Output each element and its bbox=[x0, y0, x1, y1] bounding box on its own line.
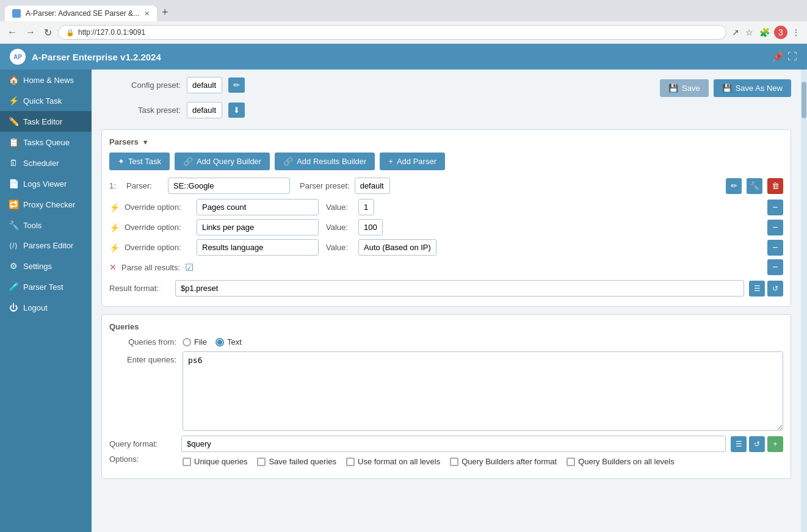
app-title: A-Parser Enterprise v1.2.2024 bbox=[32, 52, 161, 62]
sidebar-item-tools[interactable]: 🔧 Tools bbox=[0, 215, 92, 235]
config-preset-edit-btn[interactable]: ✏ bbox=[228, 77, 245, 93]
bookmark-btn[interactable]: ☆ bbox=[744, 26, 755, 39]
parser-settings-btn[interactable]: 🔧 bbox=[747, 178, 762, 194]
override-label-2: Override option: bbox=[125, 223, 192, 232]
app-logo: AP bbox=[10, 49, 26, 65]
browser-tab[interactable]: A-Parser: Advanced SE Parser &... ✕ bbox=[5, 5, 157, 21]
task-editor-icon: ✏️ bbox=[9, 117, 18, 126]
back-button[interactable]: ← bbox=[5, 26, 20, 39]
quick-task-icon: ⚡ bbox=[9, 96, 18, 106]
queries-from-row: Queries from: File Text bbox=[109, 337, 783, 347]
result-format-label: Result format: bbox=[109, 284, 170, 293]
task-preset-row: Task preset: default ⬇ bbox=[101, 102, 245, 118]
test-task-button[interactable]: ✦ Test Task bbox=[109, 153, 170, 170]
sidebar-item-parser-test[interactable]: 🧪 Parser Test bbox=[0, 276, 92, 297]
forward-button[interactable]: → bbox=[23, 26, 38, 39]
parse-all-label: Parse all results: bbox=[121, 263, 180, 272]
query-format-list-btn[interactable]: ☰ bbox=[731, 436, 747, 452]
reload-button[interactable]: ↻ bbox=[42, 26, 54, 40]
browser-chrome: A-Parser: Advanced SE Parser &... ✕ + ← … bbox=[0, 0, 807, 44]
sidebar-item-home-news[interactable]: 🏠 Home & News bbox=[0, 70, 92, 90]
app-header: AP A-Parser Enterprise v1.2.2024 📌 ⛶ bbox=[0, 44, 807, 70]
sidebar-item-quick-task[interactable]: ⚡ Quick Task bbox=[0, 90, 92, 111]
parser-select[interactable]: SE::Google bbox=[168, 178, 290, 194]
new-tab-button[interactable]: + bbox=[157, 4, 173, 21]
add-results-builder-button[interactable]: 🔗 Add Results Builder bbox=[275, 153, 375, 170]
options-checkboxes: Unique queries Save failed queries Use f… bbox=[183, 457, 675, 466]
query-format-add-btn[interactable]: + bbox=[767, 436, 783, 452]
tasks-queue-icon: 📋 bbox=[9, 137, 18, 147]
proxy-icon: 🔁 bbox=[9, 200, 18, 209]
config-preset-select[interactable]: default bbox=[187, 77, 222, 93]
tools-icon: 🔧 bbox=[9, 220, 18, 230]
override-value-select-1[interactable]: 1 bbox=[358, 199, 374, 215]
override-remove-btn-2[interactable]: − bbox=[767, 220, 783, 235]
use-format-on-all-levels-option[interactable]: Use format on all levels bbox=[346, 457, 440, 466]
parse-all-remove-btn[interactable]: − bbox=[767, 259, 783, 275]
sidebar-item-task-editor[interactable]: ✏️ Task Editor bbox=[0, 111, 92, 132]
config-preset-select-wrapper: default bbox=[187, 77, 222, 93]
save-as-new-button[interactable]: 💾 Save As New bbox=[714, 79, 791, 97]
text-radio-option[interactable]: Text bbox=[215, 337, 242, 347]
main-content: Config preset: default ✏ Task preset: de… bbox=[92, 70, 801, 532]
sidebar-item-parsers-editor[interactable]: ⟨/⟩ Parsers Editor bbox=[0, 235, 92, 256]
query-format-reset-btn[interactable]: ↺ bbox=[749, 436, 765, 452]
parser-edit-btn[interactable]: ✏ bbox=[726, 178, 742, 194]
sidebar-item-proxy-checker[interactable]: 🔁 Proxy Checker bbox=[0, 194, 92, 215]
override-value-select-2[interactable]: 100 bbox=[358, 219, 383, 235]
tab-close-btn[interactable]: ✕ bbox=[144, 10, 150, 18]
add-parser-button[interactable]: + Add Parser bbox=[380, 153, 445, 170]
override-remove-btn-3[interactable]: − bbox=[767, 240, 783, 256]
sidebar-label-task-editor: Task Editor bbox=[23, 117, 62, 126]
parser-preset-label: Parser preset: bbox=[300, 181, 350, 190]
query-format-input[interactable] bbox=[181, 436, 726, 452]
save-button[interactable]: 💾 Save bbox=[660, 79, 709, 97]
queries-textarea[interactable]: ps6 bbox=[183, 351, 783, 431]
fullscreen-btn[interactable]: ⛶ bbox=[787, 51, 797, 63]
file-radio-label: File bbox=[194, 337, 207, 347]
sidebar-label-quick-task: Quick Task bbox=[23, 96, 62, 106]
sidebar: 🏠 Home & News ⚡ Quick Task ✏️ Task Edito… bbox=[0, 70, 92, 532]
override-option-select-2[interactable]: Links per page bbox=[197, 219, 319, 235]
unique-queries-option[interactable]: Unique queries bbox=[183, 457, 247, 466]
sidebar-item-logout[interactable]: ⏻ Logout bbox=[0, 297, 92, 318]
address-bar[interactable]: 🔒 http://127.0.0.1:9091 bbox=[58, 25, 726, 40]
sidebar-item-tasks-queue[interactable]: 📋 Tasks Queue bbox=[0, 132, 92, 153]
override-remove-btn-1[interactable]: − bbox=[767, 200, 783, 215]
parser-preset-select[interactable]: default bbox=[355, 178, 390, 194]
query-builders-on-all-levels-option[interactable]: Query Builders on all levels bbox=[566, 457, 675, 466]
task-preset-select[interactable]: default bbox=[187, 102, 222, 118]
parse-all-checkbox[interactable]: ☑ bbox=[185, 262, 194, 273]
result-format-list-btn[interactable]: ☰ bbox=[749, 281, 765, 297]
result-format-input[interactable] bbox=[175, 280, 744, 297]
parsers-editor-icon: ⟨/⟩ bbox=[9, 242, 18, 250]
profile-btn[interactable]: 3 bbox=[774, 26, 787, 39]
add-parser-icon: + bbox=[388, 157, 393, 166]
sidebar-item-settings[interactable]: ⚙ Settings bbox=[0, 256, 92, 276]
result-format-reset-btn[interactable]: ↺ bbox=[767, 281, 783, 297]
add-query-builder-button[interactable]: 🔗 Add Query Builder bbox=[175, 153, 270, 170]
save-failed-queries-option[interactable]: Save failed queries bbox=[257, 457, 336, 466]
task-preset-download-btn[interactable]: ⬇ bbox=[228, 102, 245, 118]
query-builders-all-checkbox bbox=[566, 458, 575, 466]
pin-btn[interactable]: 📌 bbox=[772, 51, 784, 63]
lock-icon: 🔒 bbox=[66, 29, 74, 37]
extension-btn[interactable]: 🧩 bbox=[758, 26, 772, 39]
sidebar-item-scheduler[interactable]: 🗓 Scheduler bbox=[0, 153, 92, 173]
file-radio-option[interactable]: File bbox=[183, 337, 207, 347]
query-builders-after-format-option[interactable]: Query Builders after format bbox=[450, 457, 557, 466]
query-builders-after-checkbox bbox=[450, 458, 458, 466]
url-text: http://127.0.0.1:9091 bbox=[78, 28, 145, 37]
menu-btn[interactable]: ⋮ bbox=[790, 26, 802, 39]
logs-icon: 📄 bbox=[9, 179, 18, 189]
parser-delete-btn[interactable]: 🗑 bbox=[767, 178, 783, 194]
scroll-thumb[interactable] bbox=[802, 82, 806, 118]
save-as-new-label: Save As New bbox=[736, 84, 783, 93]
override-value-select-3[interactable]: Auto (Based on IP) bbox=[358, 239, 436, 256]
vertical-scrollbar[interactable] bbox=[801, 70, 807, 532]
sidebar-item-logs-viewer[interactable]: 📄 Logs Viewer bbox=[0, 173, 92, 194]
sidebar-label-parser-test: Parser Test bbox=[23, 282, 63, 292]
override-option-select-3[interactable]: Results language bbox=[197, 239, 319, 256]
share-btn[interactable]: ↗ bbox=[730, 26, 741, 39]
override-option-select-1[interactable]: Pages count bbox=[197, 199, 319, 215]
